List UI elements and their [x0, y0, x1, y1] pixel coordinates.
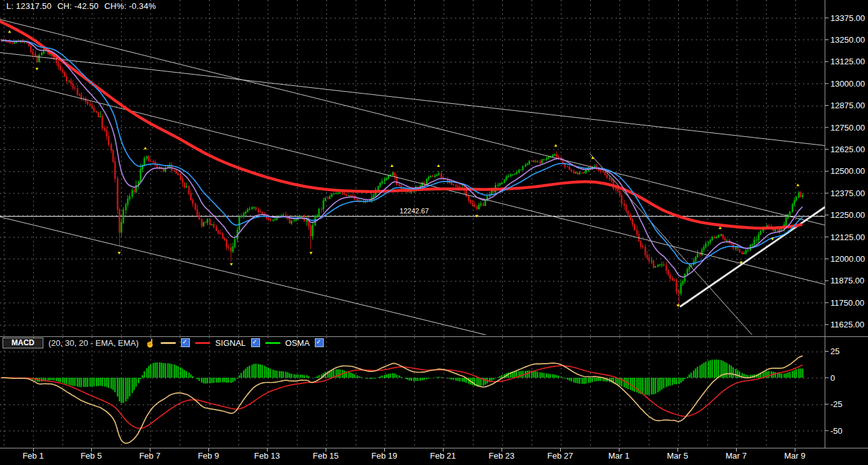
price-axis-label: 12875.00: [830, 101, 865, 110]
osma-checkbox[interactable]: [315, 338, 324, 347]
macd-axis-label: 0: [830, 373, 835, 383]
last-price: L: 12317.50: [6, 1, 52, 11]
macd-header: MACD (20, 30, 20 - EMA, EMA) ☝ SIGNAL OS…: [3, 337, 324, 348]
trendline: [0, 53, 825, 146]
fractal-down-icon: [118, 252, 121, 254]
signal-line-swatch: [195, 342, 210, 344]
price-axis-label: 12125.00: [830, 232, 865, 242]
date-axis-label: Feb 1: [22, 451, 43, 461]
price-axis-label: 13000.00: [830, 79, 865, 89]
date-axis-label: Mar 7: [725, 451, 746, 461]
date-axis-label: Feb 13: [254, 451, 280, 461]
trendline: [0, 78, 825, 285]
macd-line-swatch: [161, 342, 176, 344]
date-axis-label: Feb 19: [372, 451, 397, 461]
price-axis-label: 11750.00: [830, 298, 864, 308]
macd-indicator-button[interactable]: MACD: [3, 338, 43, 348]
osma-label: OSMA: [286, 338, 310, 348]
fractal-down-icon: [36, 68, 39, 70]
macd-line-checkbox[interactable]: [181, 338, 190, 347]
date-axis-label: Feb 15: [313, 451, 338, 461]
price-axis-label: 12625.00: [830, 145, 865, 154]
fractal-down-icon: [230, 263, 233, 266]
date-axis-label: Mar 9: [784, 451, 805, 461]
date-axis-label: Feb 27: [547, 451, 573, 461]
macd-params: (20, 30, 20 - EMA, EMA): [48, 338, 139, 348]
moving-averages: [0, 22, 802, 278]
price-axis-label: 12250.00: [830, 210, 865, 220]
trendline: [590, 154, 752, 335]
signal-label: SIGNAL: [215, 338, 246, 348]
long-ma-red: [0, 22, 801, 229]
date-axis-label: Feb 5: [80, 451, 101, 461]
date-axis-label: Mar 1: [608, 451, 629, 461]
fractal-up-icon: [797, 183, 800, 186]
change-percent: CH%: -0.34%: [105, 1, 156, 11]
macd-axis-label: 25: [830, 347, 839, 356]
date-axis-label: Feb 23: [489, 451, 514, 461]
hline-label: 12242.67: [400, 207, 429, 215]
up-candle-bodies: [4, 40, 803, 294]
fractal-up-icon: [391, 164, 394, 167]
fractal-up-icon: [719, 227, 722, 229]
macd-axis-label: -50: [830, 426, 843, 436]
price-axis-label: 12375.00: [830, 189, 865, 198]
price-axis-label: 11875.00: [830, 276, 864, 285]
price-axis-label: 13250.00: [830, 35, 865, 45]
trendline: [0, 20, 825, 225]
trendline: [0, 217, 486, 335]
price-axis-label: 13375.00: [830, 13, 865, 23]
hand-pan-icon[interactable]: ☝: [145, 338, 156, 348]
price-status: L: 12317.50 CH: -42.50 CH%: -0.34%: [6, 1, 156, 11]
fractal-up-icon: [144, 147, 147, 149]
price-axis-label: 13125.00: [830, 57, 865, 66]
fractal-markers: [8, 30, 800, 307]
price-axis-label: 11625.00: [830, 320, 864, 329]
change-value: CH: -42.50: [57, 1, 99, 11]
trading-chart-app: 13375.0013250.0013125.0013000.0012875.00…: [0, 0, 868, 465]
date-axis-label: Feb 21: [430, 451, 456, 461]
price-axis-label: 12500.00: [830, 166, 865, 176]
fractal-up-icon: [8, 30, 11, 32]
fractal-up-icon: [437, 164, 440, 167]
price-axis-label: 12750.00: [830, 123, 865, 132]
signal-checkbox[interactable]: [251, 338, 260, 347]
macd-axis-label: -25: [830, 399, 843, 409]
chart-canvas[interactable]: 13375.0013250.0013125.0013000.0012875.00…: [0, 0, 868, 465]
date-axis-label: Feb 7: [139, 451, 160, 461]
fractal-down-icon: [310, 252, 313, 254]
osma-swatch: [265, 342, 280, 344]
date-axis-label: Mar 5: [667, 451, 688, 461]
price-axis-label: 12000.00: [830, 254, 865, 264]
fractal-down-icon: [771, 238, 774, 240]
date-axis-label: Feb 9: [198, 451, 219, 461]
fractal-up-icon: [554, 144, 558, 147]
